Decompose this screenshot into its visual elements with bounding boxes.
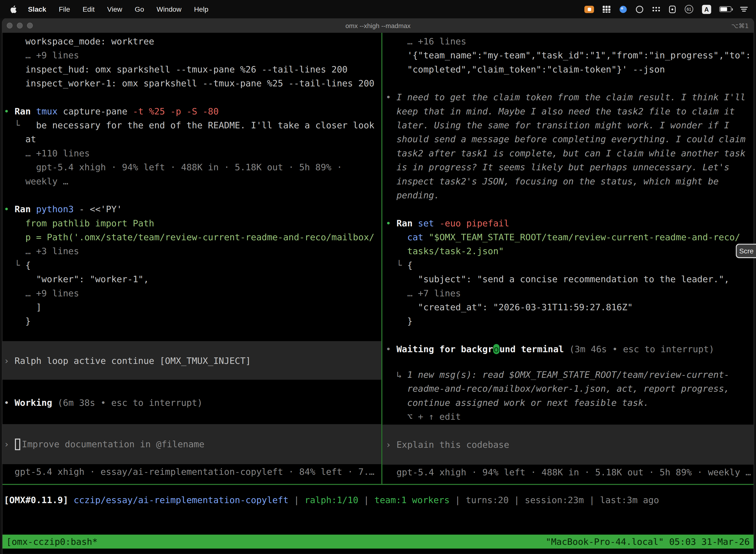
terminal-line: "created_at": "2026-03-31T11:59:27.816Z"	[386, 300, 754, 314]
apple-icon	[10, 5, 17, 13]
terminal-line: • Working (6m 38s • esc to interrupt)	[4, 396, 381, 409]
terminal-line: ⌥ + ↑ edit	[386, 409, 754, 424]
zoom-button[interactable]	[27, 22, 33, 28]
menu-item-edit[interactable]: Edit	[76, 0, 101, 18]
screenshot-pill-label: Scre	[739, 247, 754, 255]
terminal-line: └ be necessary for the end of the README…	[4, 118, 381, 132]
screen-recording-icon[interactable]	[584, 5, 594, 13]
terminal-line: … +110 lines	[4, 146, 381, 160]
app-icon-ring[interactable]	[635, 5, 644, 13]
terminal-line: is in progress? It seems likely but perh…	[386, 160, 754, 174]
menu-item-window[interactable]: Window	[150, 0, 188, 18]
terminal-line: at	[4, 132, 381, 146]
terminal-line: }	[4, 314, 381, 328]
input-source-icon[interactable]: A	[702, 4, 711, 14]
terminal-line: … +9 lines	[4, 48, 381, 62]
terminal-line: inspect_worker-1: omx sparkshell --tmux-…	[4, 76, 381, 90]
window-title: omx --xhigh --madmax	[2, 22, 754, 29]
menu-bar-left: Slack File Edit View Go Window Help	[0, 0, 214, 18]
terminal-content: workspace_mode: worktree … +9 lines insp…	[2, 33, 754, 554]
menu-bar: Slack File Edit View Go Window Help	[0, 0, 756, 18]
battery-percent-icon[interactable]: 61	[684, 4, 694, 14]
terminal-line: ]	[4, 300, 381, 314]
menu-item-file[interactable]: File	[53, 0, 76, 18]
terminal-line: ↳ 1 new msg(s): read $OMX_TEAM_STATE_ROO…	[386, 368, 754, 382]
pane-divider-horizontal[interactable]	[2, 484, 754, 485]
omx-status-line: [OMX#0.11.9] cczip/essay/ai-reimplementa…	[4, 493, 659, 507]
terminal-line: cat "$OMX_TEAM_STATE_ROOT/team/review-cu…	[386, 230, 754, 244]
terminal-line: pending.	[386, 188, 754, 202]
terminal-line: "completed","claim_token":"claim-token"}…	[386, 62, 754, 76]
terminal-line	[386, 76, 754, 90]
terminal-line: inspect task2's JSON, focusing on the st…	[386, 174, 754, 188]
terminal-line: later. Using the same for transition mig…	[386, 118, 754, 132]
window-titlebar[interactable]: omx --xhigh --madmax ⌥⌘1	[2, 18, 754, 33]
menu-lines-icon[interactable]	[740, 6, 748, 12]
terminal-line: • Waiting for background terminal (3m 46…	[386, 342, 754, 356]
dots-grid-icon[interactable]	[652, 6, 660, 12]
terminal-line: └ {	[4, 258, 381, 272]
terminal-line: readme-and-reco/mailbox/worker-1.json, a…	[386, 382, 754, 396]
terminal-line: … +3 lines	[4, 244, 381, 258]
terminal-line: • Ran tmux capture-pane -t %25 -p -S -80	[4, 104, 381, 118]
menu-item-go[interactable]: Go	[128, 0, 150, 18]
terminal-line: "subject": "send a concise recommendatio…	[386, 272, 754, 286]
terminal-line: weekly …	[4, 174, 381, 188]
terminal-line: gpt-5.4 xhigh · essay/ai-reimplementatio…	[4, 465, 381, 479]
terminal-line: p = Path('.omx/state/team/review-current…	[4, 230, 381, 244]
left-pane[interactable]: workspace_mode: worktree … +9 lines insp…	[2, 33, 381, 484]
key-icon[interactable]	[669, 5, 676, 13]
terminal-line	[386, 202, 754, 216]
window-shortcut-hint: ⌥⌘1	[731, 22, 754, 29]
terminal-line: • Ran python3 - <<'PY'	[4, 202, 381, 216]
menu-bar-status: 61 A	[584, 4, 756, 14]
terminal-line: task2 after task1 is complete, but can I…	[386, 146, 754, 160]
keyboard-grid-icon[interactable]	[602, 5, 611, 13]
traffic-lights	[2, 22, 33, 28]
svg-text:61: 61	[687, 7, 691, 12]
terminal-line: • Ran set -euo pipefail	[386, 216, 754, 230]
close-button[interactable]	[7, 22, 12, 28]
terminal-line: }	[386, 314, 754, 328]
terminal-line: └ {	[386, 258, 754, 272]
terminal-line: gpt-5.4 xhigh · 94% left · 488K in · 5.1…	[4, 160, 381, 174]
tmux-session-label: [omx-cczip0:bash*	[6, 537, 98, 547]
terminal-line: • I need to get the claim token from the…	[386, 90, 754, 104]
battery-icon[interactable]	[719, 6, 732, 12]
terminal-line: tasks/task-2.json"	[386, 244, 754, 258]
terminal-line: from pathlib import Path	[4, 216, 381, 230]
terminal-line: continue assigned work or next feasible …	[386, 396, 754, 409]
terminal-band-line[interactable]: › Improve documentation in @filename	[2, 424, 381, 464]
terminal-band-line[interactable]: › Ralph loop active continue [OMX_TMUX_I…	[2, 341, 381, 380]
screenshot-pill[interactable]: Scre	[736, 244, 756, 258]
tmux-status-bar: [omx-cczip0:bash* "MacBook-Pro-44.local"…	[2, 535, 754, 549]
terminal-line: '{"team_name":"my-team","task_id":"1","f…	[386, 48, 754, 62]
terminal-line: workspace_mode: worktree	[4, 34, 381, 48]
screen: Slack File Edit View Go Window Help	[0, 0, 756, 554]
terminal-line: … +9 lines	[4, 286, 381, 300]
terminal-line: gpt-5.4 xhigh · 94% left · 488K in · 5.1…	[386, 465, 754, 479]
menu-item-app[interactable]: Slack	[21, 0, 52, 18]
terminal-band-line[interactable]: › Explain this codebase	[382, 425, 754, 465]
terminal-line: should send a message before completing …	[386, 132, 754, 146]
right-pane[interactable]: … +16 lines '{"team_name":"my-team","tas…	[382, 33, 754, 484]
terminal-line	[4, 90, 381, 104]
app-icon-blue[interactable]	[619, 5, 627, 13]
terminal-window: omx --xhigh --madmax ⌥⌘1 workspace_mode:…	[2, 18, 754, 554]
minimize-button[interactable]	[17, 22, 22, 28]
apple-menu[interactable]	[7, 5, 21, 13]
terminal-line	[386, 328, 754, 342]
terminal-line: keep that in mind. Maybe I also need the…	[386, 104, 754, 118]
terminal-line: inspect_hud: omx sparkshell --tmux-pane …	[4, 62, 381, 76]
tmux-host-clock: "MacBook-Pro-44.local" 05:03 31-Mar-26	[546, 537, 750, 547]
terminal-line: … +7 lines	[386, 286, 754, 300]
terminal-line: … +16 lines	[386, 34, 754, 48]
menu-item-help[interactable]: Help	[188, 0, 215, 18]
terminal-line	[4, 188, 381, 202]
terminal-line: "worker": "worker-1",	[4, 272, 381, 286]
menu-item-view[interactable]: View	[101, 0, 128, 18]
